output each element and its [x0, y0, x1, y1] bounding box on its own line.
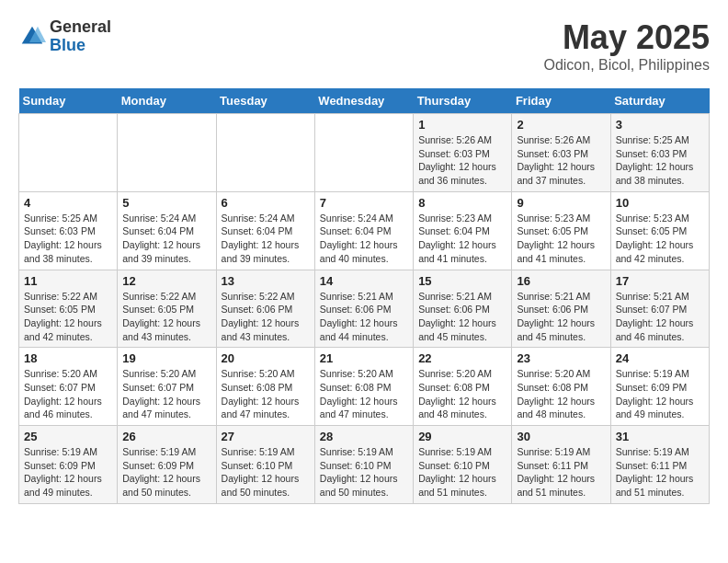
day-info: Sunrise: 5:19 AM Sunset: 6:09 PM Dayligh… — [616, 367, 704, 421]
calendar-week-row: 11Sunrise: 5:22 AM Sunset: 6:05 PM Dayli… — [19, 270, 710, 348]
calendar-cell: 7Sunrise: 5:24 AM Sunset: 6:04 PM Daylig… — [314, 191, 413, 270]
calendar-cell — [216, 114, 314, 192]
day-info: Sunrise: 5:22 AM Sunset: 6:05 PM Dayligh… — [122, 290, 210, 344]
calendar-cell: 6Sunrise: 5:24 AM Sunset: 6:04 PM Daylig… — [216, 191, 314, 270]
day-number: 23 — [517, 351, 605, 365]
day-number: 26 — [122, 430, 210, 443]
day-number: 3 — [616, 118, 704, 132]
day-info: Sunrise: 5:20 AM Sunset: 6:08 PM Dayligh… — [222, 367, 310, 421]
day-info: Sunrise: 5:19 AM Sunset: 6:09 PM Dayligh… — [122, 445, 210, 500]
calendar-cell: 21Sunrise: 5:20 AM Sunset: 6:08 PM Dayli… — [314, 348, 413, 426]
calendar-cell — [19, 114, 118, 192]
calendar-cell: 27Sunrise: 5:19 AM Sunset: 6:10 PM Dayli… — [216, 426, 314, 504]
day-info: Sunrise: 5:19 AM Sunset: 6:11 PM Dayligh… — [517, 445, 605, 500]
day-info: Sunrise: 5:22 AM Sunset: 6:06 PM Dayligh… — [222, 290, 310, 344]
day-number: 12 — [122, 274, 210, 288]
calendar-cell: 8Sunrise: 5:23 AM Sunset: 6:04 PM Daylig… — [414, 191, 512, 270]
day-info: Sunrise: 5:24 AM Sunset: 6:04 PM Dayligh… — [320, 212, 408, 266]
calendar-cell: 19Sunrise: 5:20 AM Sunset: 6:07 PM Dayli… — [118, 348, 216, 426]
calendar-cell: 31Sunrise: 5:19 AM Sunset: 6:11 PM Dayli… — [610, 426, 709, 504]
logo: General Blue — [18, 18, 111, 55]
day-number: 16 — [517, 274, 605, 288]
day-number: 17 — [616, 274, 704, 288]
day-number: 10 — [616, 196, 704, 210]
calendar-week-row: 1Sunrise: 5:26 AM Sunset: 6:03 PM Daylig… — [19, 114, 710, 192]
calendar-cell: 28Sunrise: 5:19 AM Sunset: 6:10 PM Dayli… — [314, 426, 413, 504]
day-info: Sunrise: 5:23 AM Sunset: 6:04 PM Dayligh… — [418, 212, 506, 266]
day-info: Sunrise: 5:22 AM Sunset: 6:05 PM Dayligh… — [24, 290, 112, 344]
calendar-cell: 20Sunrise: 5:20 AM Sunset: 6:08 PM Dayli… — [216, 348, 314, 426]
calendar-cell: 25Sunrise: 5:19 AM Sunset: 6:09 PM Dayli… — [19, 426, 118, 504]
calendar-cell — [118, 114, 216, 192]
day-number: 11 — [24, 274, 112, 288]
subtitle: Odicon, Bicol, Philippines — [543, 57, 710, 74]
day-number: 2 — [517, 118, 605, 132]
calendar-cell: 4Sunrise: 5:25 AM Sunset: 6:03 PM Daylig… — [19, 191, 118, 270]
calendar-header: SundayMondayTuesdayWednesdayThursdayFrid… — [19, 88, 710, 114]
calendar-body: 1Sunrise: 5:26 AM Sunset: 6:03 PM Daylig… — [19, 114, 710, 504]
day-info: Sunrise: 5:20 AM Sunset: 6:08 PM Dayligh… — [320, 367, 408, 421]
calendar-cell: 14Sunrise: 5:21 AM Sunset: 6:06 PM Dayli… — [314, 270, 413, 348]
day-info: Sunrise: 5:20 AM Sunset: 6:07 PM Dayligh… — [122, 367, 210, 421]
calendar-cell: 22Sunrise: 5:20 AM Sunset: 6:08 PM Dayli… — [414, 348, 512, 426]
day-info: Sunrise: 5:20 AM Sunset: 6:08 PM Dayligh… — [418, 367, 506, 421]
calendar-cell: 17Sunrise: 5:21 AM Sunset: 6:07 PM Dayli… — [610, 270, 709, 348]
day-number: 8 — [418, 196, 506, 210]
calendar-cell: 5Sunrise: 5:24 AM Sunset: 6:04 PM Daylig… — [118, 191, 216, 270]
header-row: SundayMondayTuesdayWednesdayThursdayFrid… — [19, 88, 710, 114]
day-info: Sunrise: 5:21 AM Sunset: 6:07 PM Dayligh… — [616, 290, 704, 344]
day-info: Sunrise: 5:23 AM Sunset: 6:05 PM Dayligh… — [517, 212, 605, 266]
header-day: Monday — [118, 88, 216, 114]
logo-icon — [18, 23, 46, 51]
calendar-cell: 23Sunrise: 5:20 AM Sunset: 6:08 PM Dayli… — [512, 348, 610, 426]
day-number: 15 — [418, 274, 506, 288]
day-number: 27 — [222, 430, 310, 443]
logo-text: General Blue — [50, 18, 111, 55]
calendar-cell: 9Sunrise: 5:23 AM Sunset: 6:05 PM Daylig… — [512, 191, 610, 270]
calendar-week-row: 18Sunrise: 5:20 AM Sunset: 6:07 PM Dayli… — [19, 348, 710, 426]
day-info: Sunrise: 5:19 AM Sunset: 6:10 PM Dayligh… — [320, 445, 408, 500]
day-info: Sunrise: 5:21 AM Sunset: 6:06 PM Dayligh… — [418, 290, 506, 344]
day-info: Sunrise: 5:26 AM Sunset: 6:03 PM Dayligh… — [418, 133, 506, 188]
day-info: Sunrise: 5:19 AM Sunset: 6:10 PM Dayligh… — [222, 445, 310, 500]
day-number: 31 — [616, 430, 704, 443]
day-info: Sunrise: 5:19 AM Sunset: 6:09 PM Dayligh… — [24, 445, 112, 500]
page-header: General Blue May 2025 Odicon, Bicol, Phi… — [18, 18, 710, 74]
day-info: Sunrise: 5:19 AM Sunset: 6:11 PM Dayligh… — [616, 445, 704, 500]
day-number: 24 — [616, 351, 704, 365]
day-number: 14 — [320, 274, 408, 288]
calendar-week-row: 4Sunrise: 5:25 AM Sunset: 6:03 PM Daylig… — [19, 191, 710, 270]
calendar-cell: 3Sunrise: 5:25 AM Sunset: 6:03 PM Daylig… — [610, 114, 709, 192]
day-info: Sunrise: 5:19 AM Sunset: 6:10 PM Dayligh… — [418, 445, 506, 500]
day-info: Sunrise: 5:25 AM Sunset: 6:03 PM Dayligh… — [24, 212, 112, 266]
day-number: 21 — [320, 351, 408, 365]
day-number: 28 — [320, 430, 408, 443]
day-number: 20 — [222, 351, 310, 365]
day-number: 19 — [122, 351, 210, 365]
calendar-week-row: 25Sunrise: 5:19 AM Sunset: 6:09 PM Dayli… — [19, 426, 710, 504]
day-info: Sunrise: 5:23 AM Sunset: 6:05 PM Dayligh… — [616, 212, 704, 266]
calendar-cell: 2Sunrise: 5:26 AM Sunset: 6:03 PM Daylig… — [512, 114, 610, 192]
day-info: Sunrise: 5:20 AM Sunset: 6:08 PM Dayligh… — [517, 367, 605, 421]
header-day: Thursday — [414, 88, 512, 114]
calendar-cell: 26Sunrise: 5:19 AM Sunset: 6:09 PM Dayli… — [118, 426, 216, 504]
day-number: 22 — [418, 351, 506, 365]
day-number: 4 — [24, 196, 112, 210]
day-number: 13 — [222, 274, 310, 288]
day-number: 29 — [418, 430, 506, 443]
day-number: 6 — [222, 196, 310, 210]
calendar-cell: 13Sunrise: 5:22 AM Sunset: 6:06 PM Dayli… — [216, 270, 314, 348]
day-info: Sunrise: 5:24 AM Sunset: 6:04 PM Dayligh… — [222, 212, 310, 266]
calendar-cell: 12Sunrise: 5:22 AM Sunset: 6:05 PM Dayli… — [118, 270, 216, 348]
day-info: Sunrise: 5:20 AM Sunset: 6:07 PM Dayligh… — [24, 367, 112, 421]
calendar-cell: 1Sunrise: 5:26 AM Sunset: 6:03 PM Daylig… — [414, 114, 512, 192]
day-info: Sunrise: 5:26 AM Sunset: 6:03 PM Dayligh… — [517, 133, 605, 188]
day-info: Sunrise: 5:21 AM Sunset: 6:06 PM Dayligh… — [320, 290, 408, 344]
calendar-cell — [314, 114, 413, 192]
day-number: 30 — [517, 430, 605, 443]
logo-general: General — [50, 18, 111, 37]
calendar-cell: 30Sunrise: 5:19 AM Sunset: 6:11 PM Dayli… — [512, 426, 610, 504]
logo-blue: Blue — [50, 37, 111, 55]
day-number: 7 — [320, 196, 408, 210]
calendar-cell: 24Sunrise: 5:19 AM Sunset: 6:09 PM Dayli… — [610, 348, 709, 426]
